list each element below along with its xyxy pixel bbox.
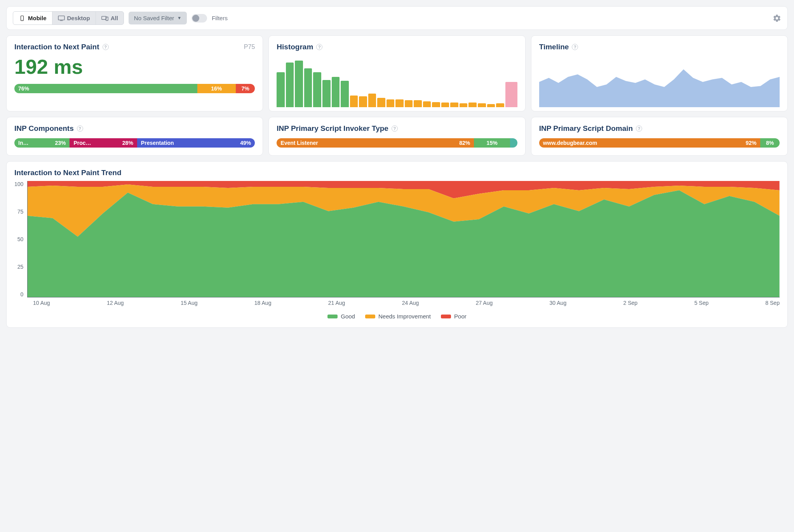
legend-item: Needs Improvement: [365, 313, 431, 320]
metric-percentile-label: P75: [244, 43, 255, 50]
dist-poor: 7%: [236, 84, 255, 93]
x-tick: 2 Sep: [623, 300, 638, 306]
card-title: Histogram: [277, 43, 313, 51]
bar-segment-pct: 8%: [766, 140, 774, 146]
histogram-bar: [286, 63, 294, 107]
bar-segment-pct: 92%: [745, 140, 756, 146]
x-tick: 15 Aug: [181, 300, 198, 306]
legend-item: Poor: [441, 313, 467, 320]
desktop-icon: [58, 16, 65, 21]
inp-value: 192 ms: [14, 57, 255, 77]
histogram-bar: [460, 103, 468, 107]
trend-plot-area: [27, 181, 780, 297]
legend-swatch: [327, 315, 338, 318]
card-inp-invoker: INP Primary Script Invoker Type ? Event …: [268, 117, 525, 156]
help-icon[interactable]: ?: [103, 44, 109, 50]
card-title: Interaction to Next Paint: [14, 43, 99, 51]
chevron-down-icon: ▼: [177, 16, 181, 20]
card-inp-components: INP Components ? In…23%Proc…28%Presentat…: [6, 117, 263, 156]
dist-poor-pct: 7%: [241, 85, 249, 92]
help-icon[interactable]: ?: [392, 125, 398, 132]
histogram-bar: [505, 82, 517, 107]
x-tick: 12 Aug: [107, 300, 124, 306]
y-tick: 100: [14, 181, 23, 187]
filters-label: Filters: [212, 15, 228, 21]
inp-distribution-bar: 76% 16% 7%: [14, 84, 255, 93]
bar-segment-pct: 82%: [459, 140, 470, 146]
legend-label: Needs Improvement: [378, 313, 431, 320]
bar-segment: www.debugbear.com92%: [539, 138, 761, 148]
legend-label: Good: [341, 313, 355, 320]
histogram-bar: [423, 101, 431, 107]
bar-segment: Presentation49%: [137, 138, 255, 148]
bar-segment: 8%: [760, 138, 780, 148]
x-tick: 30 Aug: [550, 300, 567, 306]
histogram-bar: [478, 103, 486, 107]
histogram-bar: [441, 103, 449, 107]
saved-filter-dropdown[interactable]: No Saved Filter ▼: [129, 12, 187, 24]
card-title: INP Primary Script Domain: [539, 124, 633, 133]
bar-segment-pct: 28%: [122, 140, 133, 146]
bar-segment-label: In…: [18, 140, 28, 146]
bar-segment: In…23%: [14, 138, 70, 148]
timeline-sparkline: [539, 57, 780, 107]
histogram-bar: [377, 98, 385, 107]
y-tick: 25: [17, 264, 24, 270]
card-timeline: Timeline ?: [531, 35, 788, 111]
help-icon[interactable]: ?: [636, 125, 642, 132]
tab-desktop[interactable]: Desktop: [52, 12, 96, 24]
histogram-bar: [405, 100, 413, 107]
card-title: INP Components: [14, 124, 74, 133]
device-segment: Mobile Desktop All: [13, 11, 124, 25]
legend-label: Poor: [454, 313, 467, 320]
histogram-bar: [277, 72, 285, 107]
legend-swatch: [365, 315, 375, 318]
dist-good: 76%: [14, 84, 197, 93]
tab-all[interactable]: All: [96, 12, 124, 24]
svg-rect-2: [58, 16, 64, 20]
card-inp-trend: Interaction to Next Paint Trend 10075502…: [6, 161, 788, 328]
x-tick: 24 Aug: [402, 300, 419, 306]
dist-needs-pct: 16%: [211, 85, 222, 92]
card-histogram: Histogram ?: [268, 35, 525, 111]
devices-icon: [101, 16, 108, 21]
x-tick: 18 Aug: [254, 300, 272, 306]
bar-segment: Proc…28%: [70, 138, 137, 148]
trend-x-axis: 10 Aug12 Aug15 Aug18 Aug21 Aug24 Aug27 A…: [33, 300, 780, 306]
settings-gear-icon[interactable]: [773, 14, 781, 23]
histogram-bar: [359, 96, 367, 107]
x-tick: 8 Sep: [765, 300, 780, 306]
bar-segment-label: www.debugbear.com: [543, 140, 597, 146]
trend-legend: GoodNeeds ImprovementPoor: [14, 313, 780, 320]
y-tick: 0: [21, 291, 24, 297]
bar-segment-pct: 23%: [55, 140, 66, 146]
histogram-bar: [432, 102, 440, 107]
histogram-bars: [277, 57, 517, 107]
bar-segment-pct: 15%: [487, 140, 498, 146]
histogram-bar: [368, 94, 376, 107]
tab-label: Desktop: [67, 15, 90, 21]
mobile-icon: [19, 16, 26, 21]
histogram-bar: [332, 77, 340, 107]
saved-filter-label: No Saved Filter: [134, 15, 174, 21]
bar-segment: 15%: [474, 138, 510, 148]
switch-knob: [192, 15, 199, 22]
histogram-bar: [313, 72, 321, 107]
x-tick: 27 Aug: [476, 300, 493, 306]
bar-segment-label: Presentation: [141, 140, 174, 146]
histogram-bar: [387, 99, 395, 107]
histogram-bar: [496, 103, 504, 107]
tab-mobile[interactable]: Mobile: [13, 12, 52, 24]
y-tick: 75: [17, 209, 24, 215]
help-icon[interactable]: ?: [572, 44, 578, 50]
components-bar: In…23%Proc…28%Presentation49%: [14, 138, 255, 148]
legend-swatch: [441, 315, 451, 318]
help-icon[interactable]: ?: [316, 44, 322, 50]
trend-title: Interaction to Next Paint Trend: [14, 169, 780, 177]
histogram-bar: [414, 100, 422, 107]
bar-segment: [510, 138, 517, 148]
filters-switch[interactable]: [192, 14, 207, 23]
timeline-area: [539, 70, 780, 108]
help-icon[interactable]: ?: [77, 125, 83, 132]
bar-segment: Event Listener82%: [277, 138, 474, 148]
